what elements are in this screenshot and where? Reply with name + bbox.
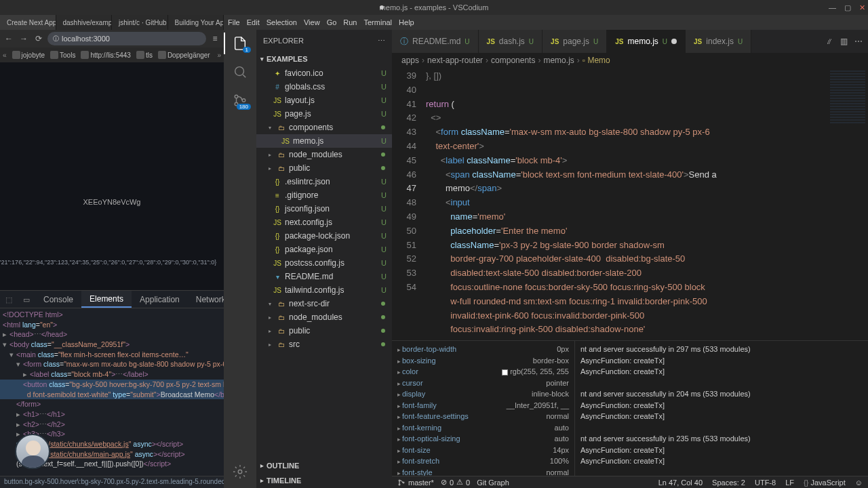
git-branch[interactable]: master* <box>397 479 434 487</box>
browser-tab[interactable]: Building Your Ap✕ <box>168 15 224 30</box>
folder-item[interactable]: ▸🗀src <box>256 338 392 351</box>
bookmark-item[interactable]: tls <box>136 51 153 59</box>
git-graph[interactable]: Git Graph <box>477 479 509 487</box>
style-property[interactable]: ▸font-size14px <box>397 445 569 456</box>
file-item[interactable]: JStailwind.config.jsU <box>256 283 392 297</box>
menu-item[interactable]: View <box>304 18 320 26</box>
file-item[interactable]: {}.eslintrc.jsonU <box>256 175 392 188</box>
split-icon[interactable]: ▥ <box>840 37 848 46</box>
devtools-tab[interactable]: Application <box>132 291 188 308</box>
file-item[interactable]: ▾README.mdU <box>256 270 392 283</box>
close-icon[interactable]: ✕ <box>859 3 865 12</box>
menu-item[interactable]: Go <box>327 18 337 26</box>
inspect-icon[interactable]: ⬚ <box>0 296 18 304</box>
menu-item[interactable]: Selection <box>267 18 297 26</box>
more-icon[interactable]: ⋯ <box>854 37 863 46</box>
outline-section[interactable]: ▸ OUTLINE <box>256 458 392 473</box>
folder-item[interactable]: ▾🗀components <box>256 121 392 134</box>
bookmark-item[interactable]: Tools <box>50 51 75 59</box>
explorer-icon[interactable]: 1 <box>232 35 248 52</box>
devtools-breadcrumb[interactable]: button.bg-sky-500.hover\:bg-sky-700.px-5… <box>0 476 224 488</box>
settings-icon[interactable] <box>232 464 248 480</box>
devtools-tab[interactable]: Console <box>35 291 81 308</box>
style-property[interactable]: ▸border-top-width0px <box>397 344 569 355</box>
file-item[interactable]: {}package.jsonU <box>256 243 392 256</box>
browser-tab[interactable]: jshint/c · GitHub✕ <box>112 15 168 30</box>
problems[interactable]: ⊘0 ⚠0 <box>441 478 470 487</box>
style-property[interactable]: ▸displayinline-block <box>397 388 569 400</box>
timeline-section[interactable]: ▸ TIMELINE <box>256 473 392 488</box>
workspace-section[interactable]: ▾ EXAMPLES <box>256 52 392 66</box>
file-item[interactable]: #globals.cssU <box>256 80 392 94</box>
file-item[interactable]: ≡.gitignoreU <box>256 188 392 202</box>
file-item[interactable]: JSpostcss.config.jsU <box>256 256 392 270</box>
bookmark-item[interactable]: Doppelgänger <box>158 51 210 59</box>
style-property[interactable]: ▸cursorpointer <box>397 378 569 389</box>
file-item[interactable]: JSmemo.jsU <box>256 134 392 148</box>
style-property[interactable]: ▸font-stylenormal <box>397 467 569 476</box>
style-property[interactable]: ▸font-family__Inter_20951f, __ <box>397 400 569 411</box>
back-button[interactable]: ← <box>3 33 15 45</box>
menu-button[interactable]: ≡ <box>209 33 221 45</box>
file-item[interactable]: JSpage.jsU <box>256 107 392 121</box>
scm-icon[interactable]: 180 <box>232 92 248 108</box>
sidebar: EXPLORER ⋯ ▾ EXAMPLES ✦favicon.icoU#glob… <box>256 30 392 488</box>
devtools-tab[interactable]: Elements <box>81 291 132 308</box>
browser-tab[interactable]: dashhive/examples✕ <box>56 15 113 30</box>
code-editor[interactable]: 39404142434445464748495051525354 }, []) … <box>392 68 868 340</box>
more-icon[interactable]: ⋯ <box>378 37 385 45</box>
indent[interactable]: Spaces: 2 <box>712 479 745 487</box>
styles-pane[interactable]: ▸border-top-width0px▸box-sizingborder-bo… <box>392 341 575 476</box>
menu-item[interactable]: Run <box>343 18 357 26</box>
timeline-label: TIMELINE <box>267 476 301 485</box>
editor-tab[interactable]: ⓘREADME.mdU <box>392 30 479 53</box>
file-item[interactable]: ✦favicon.icoU <box>256 66 392 80</box>
device-icon[interactable]: ▭ <box>18 296 35 304</box>
browser-tabs: Create Next App✕dashhive/examples✕jshint… <box>0 15 224 30</box>
editor-tab[interactable]: JSdash.jsU <box>479 30 543 53</box>
minimap[interactable] <box>827 68 868 340</box>
folder-item[interactable]: ▾🗀next-src-dir <box>256 297 392 310</box>
maximize-icon[interactable]: ▢ <box>844 3 851 12</box>
minimize-icon[interactable]: — <box>829 3 836 12</box>
bookmark-item[interactable]: http://lis:5443 <box>81 51 130 59</box>
style-property[interactable]: ▸font-feature-settingsnormal <box>397 411 569 422</box>
file-item[interactable]: {}jsconfig.jsonU <box>256 202 392 216</box>
menu-item[interactable]: Edit <box>247 18 260 26</box>
bookmark-item[interactable]: jojobyte <box>12 51 45 59</box>
style-property[interactable]: ▸box-sizingborder-box <box>397 355 569 367</box>
code-content[interactable]: }, []) return ( <> <form className='max-… <box>426 68 827 340</box>
browser-tab[interactable]: Create Next App✕ <box>0 15 56 30</box>
compare-icon[interactable]: ⫽ <box>825 37 833 46</box>
reload-button[interactable]: ⟳ <box>33 33 45 45</box>
explorer-badge: 1 <box>243 47 251 53</box>
folder-item[interactable]: ▸🗀node_modules <box>256 148 392 161</box>
folder-item[interactable]: ▸🗀public <box>256 161 392 175</box>
folder-item[interactable]: ▸🗀node_modules <box>256 310 392 324</box>
editor-tab[interactable]: JSindex.jsU <box>686 30 751 53</box>
forward-button[interactable]: → <box>18 33 30 45</box>
menu-item[interactable]: File <box>228 18 240 26</box>
style-property[interactable]: ▸colorrgb(255, 255, 255 <box>397 366 569 378</box>
editor-tab[interactable]: JSpage.jsU <box>542 30 607 53</box>
feedback-icon[interactable]: ☺ <box>855 479 863 487</box>
style-property[interactable]: ▸font-stretch100% <box>397 455 569 467</box>
cursor-position[interactable]: Ln 47, Col 40 <box>658 479 703 487</box>
folder-item[interactable]: ▸🗀public <box>256 324 392 338</box>
editor-tab[interactable]: JSmemo.jsU <box>607 30 686 53</box>
terminal-output[interactable]: nt and server successfully in 297 ms (53… <box>575 341 868 476</box>
file-item[interactable]: {}package-lock.jsonU <box>256 229 392 243</box>
menu-item[interactable]: Help <box>399 18 414 26</box>
file-item[interactable]: JSlayout.jsU <box>256 94 392 107</box>
eol[interactable]: LF <box>785 479 794 487</box>
breadcrumb-bar[interactable]: apps›next-app-router›components›memo.js›… <box>392 53 868 68</box>
avatar-image[interactable] <box>15 434 50 469</box>
url-bar[interactable]: ⓘ localhost:3000 <box>47 32 206 45</box>
style-property[interactable]: ▸font-kerningauto <box>397 422 569 434</box>
file-item[interactable]: JSnext.config.jsU <box>256 216 392 229</box>
encoding[interactable]: UTF-8 <box>755 479 776 487</box>
language-mode[interactable]: {} JavaScript <box>804 479 846 487</box>
menu-item[interactable]: Terminal <box>364 18 393 26</box>
search-icon[interactable] <box>232 64 248 80</box>
style-property[interactable]: ▸font-optical-sizingauto <box>397 433 569 445</box>
